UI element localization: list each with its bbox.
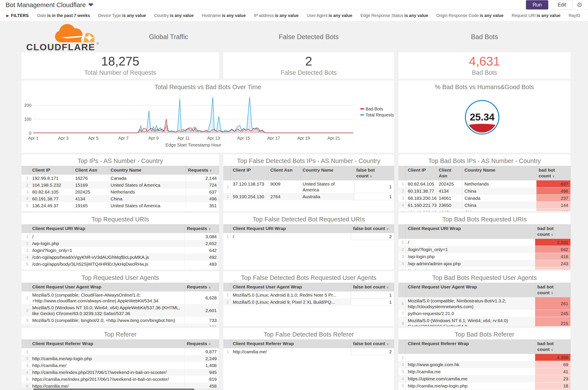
table-cell[interactable]: 215	[535, 317, 571, 326]
table-cell[interactable]	[30, 348, 185, 355]
table-cell[interactable]: 9,877	[185, 348, 219, 355]
filter-date[interactable]: Dateis in the past 7 weeks	[37, 13, 90, 18]
filter-user-agent[interactable]: User Agentis any value	[307, 13, 352, 18]
table-cell[interactable]: 80.82.64.105	[30, 188, 73, 195]
table-cell[interactable]: China	[462, 188, 537, 195]
table-cell[interactable]: 202425	[73, 188, 108, 195]
filter-rayid[interactable]: RayIDis any value	[569, 13, 582, 18]
table-cell[interactable]: 68.183.200.167	[406, 195, 437, 202]
table-cell[interactable]: /login/?login_only=1	[30, 247, 185, 254]
table-cell[interactable]: https://camilia.me/index.php/2017/06/17/…	[30, 376, 185, 383]
table-cell[interactable]: United States of America	[108, 202, 186, 209]
table-cell[interactable]: /	[406, 239, 535, 246]
table-cell[interactable]: https://uptime.com/camilia.me	[406, 375, 535, 382]
table-cell[interactable]: 1,408	[185, 362, 219, 369]
table-cell[interactable]: /	[231, 233, 351, 240]
horizontal-scrollbar[interactable]	[21, 388, 219, 390]
table-cell[interactable]: 19165	[73, 202, 108, 209]
table-cell[interactable]: 642	[535, 246, 571, 253]
table-cell[interactable]: 144	[537, 202, 571, 209]
gear-icon[interactable]: ⚙	[577, 1, 583, 9]
table-cell[interactable]: http://camilia.me/wp-login.php	[406, 382, 535, 389]
column-header[interactable]: false bot count∨	[354, 166, 394, 180]
table-cell[interactable]: /login/?login_only=1	[406, 246, 535, 253]
table-cell[interactable]: Mozilla/5.0 (compatible; CloudFlare-Alwa…	[30, 292, 185, 304]
table-cell[interactable]: 124	[535, 267, 571, 270]
table-cell[interactable]: 1	[354, 193, 394, 200]
column-header[interactable]: Client Request User Agent Wrap	[30, 283, 185, 292]
table-cell[interactable]: 2,249	[185, 355, 219, 362]
table-cell[interactable]: China	[108, 195, 186, 202]
table-cell[interactable]	[30, 324, 185, 326]
filters-toggle[interactable]: ▶ FILTERS	[6, 13, 29, 18]
column-header[interactable]: Client Asn	[437, 166, 462, 180]
table-cell[interactable]: 945	[185, 369, 219, 376]
table-cell[interactable]: 237	[537, 195, 571, 202]
table-cell[interactable]: 681	[185, 324, 219, 326]
table-cell[interactable]: Canada	[462, 195, 537, 202]
run-button[interactable]: Run	[526, 0, 548, 9]
gauge-chart[interactable]: 25.34	[398, 91, 571, 153]
table-cell[interactable]: 192.99.8.171	[30, 175, 73, 182]
table-cell[interactable]: 1	[354, 180, 394, 193]
table-cell[interactable]: Mozilla/5.0 (compatible; bingbot/2.0; +h…	[30, 317, 185, 324]
table-cell[interactable]: 4837	[437, 209, 462, 211]
table-cell[interactable]: 492	[185, 254, 219, 260]
table-cell[interactable]: 243	[535, 260, 571, 267]
table-cell[interactable]: /wp-login.php	[30, 240, 185, 247]
column-header[interactable]: Requests∨	[185, 224, 219, 233]
table-cell[interactable]: http://camilia.me/wp-login.php	[30, 355, 185, 362]
table-cell[interactable]: 637	[537, 180, 571, 188]
filter-country[interactable]: Countryis any value	[154, 13, 194, 18]
table-cell[interactable]: http://camilia.me/index.php/2017/06/17/w…	[30, 369, 185, 376]
column-header[interactable]: Requests∨	[185, 283, 219, 292]
table-cell[interactable]: http://www.google.com.hk	[406, 361, 535, 368]
column-header[interactable]: Client Request Referer Wrap	[231, 339, 351, 348]
column-header[interactable]: Requests∨	[186, 166, 219, 175]
table-cell[interactable]: http://camilia.me/	[30, 362, 185, 369]
table-cell[interactable]: /wp-login.php	[406, 253, 535, 260]
table-cell[interactable]: 261	[535, 297, 571, 310]
table-cell[interactable]: 60.191.38.77	[30, 195, 73, 202]
column-header[interactable]: Client Request Referer Wrap	[406, 339, 535, 354]
table-cell[interactable]: 496	[186, 195, 219, 202]
scrollbar-thumb[interactable]	[33, 389, 194, 390]
table-cell[interactable]: 60.191.38.77	[406, 188, 437, 195]
table-cell[interactable]: 496	[537, 188, 571, 195]
table-cell[interactable]: 41	[535, 368, 571, 375]
table-cell[interactable]: 637	[186, 188, 219, 195]
table-cell[interactable]: 1	[351, 298, 394, 306]
column-header[interactable]: bad bot count∨	[537, 166, 571, 180]
table-cell[interactable]: 1	[351, 292, 394, 298]
table-cell[interactable]: 6,628	[185, 292, 219, 304]
table-cell[interactable]: China	[462, 209, 537, 211]
filter-device-type[interactable]: Device Typeis any value	[98, 13, 146, 18]
table-cell[interactable]: Mozilla/5.0 (Linux; Android 9; Pixel 2 X…	[231, 298, 351, 306]
edit-button[interactable]: Edit	[551, 0, 573, 9]
filter-ip-address[interactable]: IP addressis any value	[254, 13, 298, 18]
column-header[interactable]: false bot count∨	[351, 283, 394, 292]
column-header[interactable]: Client Asn	[73, 166, 108, 175]
column-header[interactable]: Client Request Referer Wrap	[30, 339, 185, 348]
table-cell[interactable]: 642	[185, 247, 219, 254]
table-cell[interactable]: 351	[186, 202, 219, 209]
table-cell[interactable]: Mozilla/5.0 (compatible; Nimbostratus-Bo…	[406, 297, 535, 310]
table-cell[interactable]: 122	[537, 209, 571, 211]
table-cell[interactable]: 724	[186, 182, 219, 188]
table-cell[interactable]	[406, 354, 535, 361]
table-cell[interactable]: http://camilia.me	[406, 368, 535, 375]
table-cell[interactable]: Netherlands	[108, 188, 186, 195]
table-cell[interactable]: 416	[535, 253, 571, 260]
column-header[interactable]: Client Request URI Wrap	[406, 224, 535, 239]
column-header[interactable]: Client Request URI Wrap	[231, 224, 351, 233]
table-cell[interactable]: Mozilla/5.0 (Windows NT 6.1; Win64; x64;…	[406, 317, 535, 326]
column-header[interactable]: Client IP	[30, 166, 73, 175]
table-cell[interactable]: 819	[185, 376, 219, 383]
column-header[interactable]: Client Request User Agent Wrap	[406, 283, 535, 297]
table-cell[interactable]: 483	[185, 260, 219, 267]
table-cell[interactable]: python-requests/2.21.0	[406, 310, 535, 317]
column-header[interactable]: bad bot count∨	[535, 224, 571, 239]
table-cell[interactable]: 16276	[73, 175, 108, 182]
table-cell[interactable]: /cdn-cgi/apps/head/xVgyKhR-vV3dAUGhMqfBc…	[30, 254, 185, 260]
filter-edge-response-status[interactable]: Edge Response Statusis any value	[361, 13, 428, 18]
